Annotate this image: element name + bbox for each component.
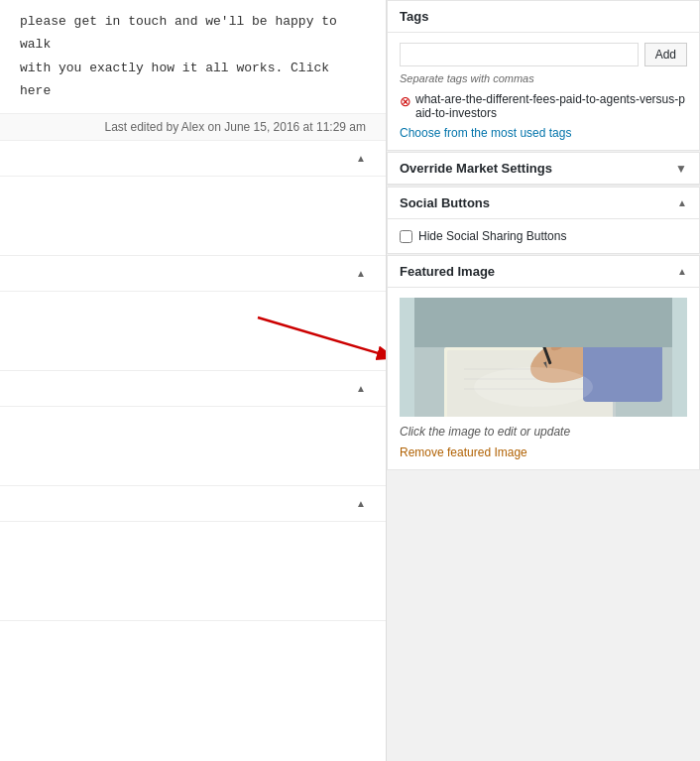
override-market-header[interactable]: Override Market Settings ▼ bbox=[388, 153, 699, 185]
override-market-title: Override Market Settings bbox=[400, 161, 552, 176]
hide-social-checkbox[interactable] bbox=[400, 230, 412, 243]
collapse-icon-3[interactable] bbox=[356, 383, 366, 394]
featured-image-title: Featured Image bbox=[400, 264, 495, 279]
tag-item: ⊗ what-are-the-different-fees-paid-to-ag… bbox=[400, 92, 687, 120]
featured-image-body: Click the image to edit or update Remove… bbox=[388, 288, 699, 469]
social-collapse-icon[interactable]: ▲ bbox=[677, 197, 687, 208]
section-collapse-4[interactable] bbox=[0, 486, 386, 522]
featured-image-header[interactable]: Featured Image ▲ bbox=[388, 256, 699, 288]
tags-box-title: Tags bbox=[400, 9, 428, 24]
override-market-box: Override Market Settings ▼ bbox=[387, 152, 700, 186]
social-buttons-box: Social Buttons ▲ Hide Social Sharing But… bbox=[387, 187, 700, 254]
editor-content: please get in touch and we'll be happy t… bbox=[0, 0, 386, 113]
editor-line-2: with you exactly how it all works. Click… bbox=[20, 57, 366, 103]
tags-box-body: Add Separate tags with commas ⊗ what-are… bbox=[388, 33, 699, 150]
last-edited-notice: Last edited by Alex on June 15, 2016 at … bbox=[0, 113, 386, 141]
collapse-icon-1[interactable] bbox=[356, 153, 366, 164]
featured-image-box: Featured Image ▲ bbox=[387, 255, 700, 470]
section-body-1 bbox=[0, 177, 386, 256]
collapse-icon-2[interactable] bbox=[356, 268, 366, 279]
section-body-4 bbox=[0, 522, 386, 621]
tags-input[interactable] bbox=[400, 43, 639, 66]
section-collapse-3[interactable] bbox=[0, 371, 386, 407]
remove-featured-image-link[interactable]: Remove featured Image bbox=[400, 445, 527, 459]
section-body-2 bbox=[0, 292, 386, 371]
social-buttons-title: Social Buttons bbox=[400, 195, 490, 210]
section-collapse-1[interactable] bbox=[0, 141, 386, 177]
tag-text: what-are-the-different-fees-paid-to-agen… bbox=[415, 92, 687, 120]
override-collapse-icon[interactable]: ▼ bbox=[675, 162, 687, 176]
editor-panel: please get in touch and we'll be happy t… bbox=[0, 0, 387, 761]
svg-rect-14 bbox=[414, 298, 672, 347]
featured-image-collapse-icon[interactable]: ▲ bbox=[677, 266, 687, 277]
section-collapse-2[interactable] bbox=[0, 256, 386, 292]
tags-input-row: Add bbox=[400, 43, 687, 66]
collapse-icon-4[interactable] bbox=[356, 498, 366, 509]
featured-image-svg bbox=[400, 298, 687, 417]
tags-add-button[interactable]: Add bbox=[644, 43, 687, 66]
hide-social-row: Hide Social Sharing Buttons bbox=[400, 229, 687, 243]
editor-line-1: please get in touch and we'll be happy t… bbox=[20, 10, 366, 57]
tags-box: Tags Add Separate tags with commas ⊗ wha… bbox=[387, 0, 700, 151]
choose-tags-link[interactable]: Choose from the most used tags bbox=[400, 126, 687, 140]
tag-remove-icon[interactable]: ⊗ bbox=[400, 93, 411, 109]
social-buttons-header[interactable]: Social Buttons ▲ bbox=[388, 188, 699, 219]
featured-image-caption: Click the image to edit or update bbox=[400, 425, 687, 439]
hide-social-label: Hide Social Sharing Buttons bbox=[418, 229, 566, 243]
sidebar-panel: Tags Add Separate tags with commas ⊗ wha… bbox=[387, 0, 700, 761]
svg-rect-13 bbox=[583, 342, 662, 402]
section-body-3 bbox=[0, 407, 386, 486]
tags-hint: Separate tags with commas bbox=[400, 72, 687, 84]
social-buttons-body: Hide Social Sharing Buttons bbox=[388, 219, 699, 253]
featured-image-preview[interactable] bbox=[400, 298, 687, 417]
tags-box-header[interactable]: Tags bbox=[388, 1, 699, 33]
svg-point-15 bbox=[474, 367, 593, 407]
